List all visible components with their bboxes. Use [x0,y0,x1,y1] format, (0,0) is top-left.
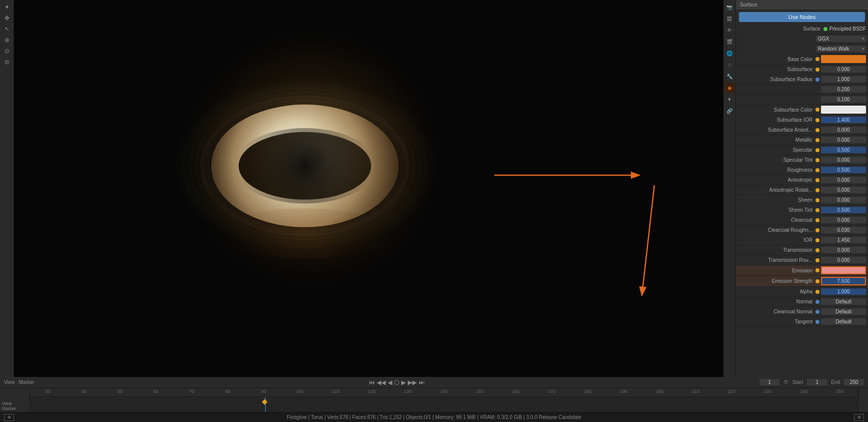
use-nodes-button[interactable]: Use Nodes [739,12,865,22]
subsurface-color-dot [815,108,819,112]
timeline-main-area: 30 40 50 60 70 80 90 100 110 120 130 140… [30,388,858,412]
emission-strength-value[interactable]: 7.500 [821,277,866,285]
ior-dot [815,238,819,242]
subsurface-color-label: Subsurface Color [738,107,815,113]
status-right-icon[interactable]: ⊞ [854,414,864,421]
prev-frame-btn[interactable]: ◀ [388,379,392,386]
surface-row: Surface Principled BSDF [736,24,868,34]
data-icon[interactable]: ▼ [724,94,734,104]
subsurface-radius-g-value[interactable]: 0.200 [821,86,866,93]
scene-icon[interactable]: 🎬 [724,37,734,47]
move-icon[interactable]: ✥ [2,13,12,23]
transmission-value[interactable]: 0.000 [821,247,866,253]
emission-color-swatch[interactable] [821,266,866,274]
timeline-track[interactable] [30,397,858,412]
specular-row: Specular 0.500 [736,145,868,155]
marker-menu[interactable]: Marker [19,379,35,385]
ruler-mark-110: 110 [318,388,354,396]
empty-dot-1 [815,88,819,92]
step-back-btn[interactable]: ◀◀ [377,379,386,386]
view-layer-icon[interactable]: 👁 [724,25,734,35]
sheen-dot [815,198,819,202]
ruler-mark-200: 200 [642,388,678,396]
sheen-value[interactable]: 0.000 [821,197,866,203]
cursor-icon[interactable]: ↖ [2,24,12,34]
specular-tint-value[interactable]: 0.000 [821,157,866,163]
metallic-value[interactable]: 0.000 [821,137,866,143]
select-icon[interactable]: ✦ [2,2,12,12]
anisotropic-value[interactable]: 0.000 [821,177,866,183]
clearcoat-normal-value[interactable]: Default [821,308,866,315]
next-frame-btn[interactable]: ▶ [401,379,406,386]
sheen-tint-dot [815,208,819,212]
clearcoat-rough-value[interactable]: 0.030 [821,227,866,233]
alpha-value[interactable]: 1.000 [821,288,866,295]
left-toolbar: ✦ ✥ ↖ ⊕ ⊙ ⊘ [0,0,14,377]
emission-row: Emission [736,265,868,276]
surface-type[interactable]: Principled BSDF [829,26,866,32]
jump-to-end-btn[interactable]: ⏭ [419,379,425,386]
specular-value[interactable]: 0.500 [821,147,866,153]
subsurface-aniso-value[interactable]: 0.000 [821,127,866,133]
base-color-row: Base Color [736,54,868,65]
clearcoat-value[interactable]: 0.000 [821,217,866,223]
roughness-value[interactable]: 0.500 [821,167,866,173]
ior-value[interactable]: 1.450 [821,237,866,243]
transmission-rough-value[interactable]: 0.000 [821,257,866,263]
ruler-mark-250: 250 [822,388,858,396]
scale-icon[interactable]: ⊘ [2,57,12,67]
ruler-mark-120: 120 [354,388,390,396]
constraints-icon-btn[interactable]: 🔗 [724,106,734,116]
clearcoat-normal-row: Clearcoat Normal Default [736,307,868,317]
subsurface-radius-label: Subsurface Radius [738,77,815,82]
normal-value[interactable]: Default [821,298,866,305]
ior-label: IOR [738,237,815,243]
start-frame-input[interactable] [807,379,827,385]
status-bar: ⊞ Firstglow | Torus | Verts:576 | Faces:… [0,412,868,422]
subsurface-color-swatch[interactable] [821,106,866,114]
subsurface-radius-b-value[interactable]: 0.100 [821,96,866,103]
specular-dot [815,148,819,152]
anisotropic-dot [815,178,819,182]
sheen-tint-value[interactable]: 0.500 [821,207,866,213]
output-icon[interactable]: 🖼 [724,14,734,24]
sheen-tint-label: Sheen Tint [738,207,815,213]
ruler-mark-220: 220 [714,388,750,396]
rotate-icon[interactable]: ⊙ [2,46,12,56]
sheen-row: Sheen 0.000 [736,195,868,205]
ruler-mark-90: 90 [246,388,282,396]
step-forward-btn[interactable]: ▶▶ [408,379,417,386]
play-dot[interactable] [394,380,399,385]
distribution-dropdown[interactable]: GGX ▾ [816,36,866,42]
world-icon[interactable]: 🌐 [724,48,734,58]
status-left-icon[interactable]: ⊞ [4,414,14,421]
view-menu[interactable]: View [4,379,15,385]
subsurface-method-dropdown[interactable]: Random Walk ▾ [816,46,866,52]
tangent-label: Tangent [738,319,815,324]
subsurface-value[interactable]: 0.000 [821,66,866,73]
base-color-swatch[interactable] [821,55,866,63]
transmission-dot [815,248,819,252]
tangent-value[interactable]: Default [821,318,866,325]
material-icon-btn[interactable]: ◉ [724,83,734,93]
main-area: ✦ ✥ ↖ ⊕ ⊙ ⊘ [0,0,868,377]
subsurface-ior-value[interactable]: 1.400 [821,117,866,123]
end-frame-input[interactable] [844,379,864,385]
timeline-header: View Marker ⏮ ◀◀ ◀ ▶ ▶▶ ⏭ ⏱ Start End [0,377,868,388]
jump-to-start-btn[interactable]: ⏮ [369,379,375,386]
anisotropic-rotation-value[interactable]: 0.000 [821,187,866,193]
sheen-tint-row: Sheen Tint 0.500 [736,205,868,215]
viewport[interactable] [14,0,723,377]
object-icon[interactable]: □ [724,60,734,70]
subsurface-aniso-dot [815,128,819,132]
current-frame-input[interactable] [759,379,779,385]
tangent-row: Tangent Default [736,317,868,327]
transform-icon[interactable]: ⊕ [2,35,12,45]
modifier-icon[interactable]: 🔧 [724,71,734,81]
timeline-scrollbar[interactable] [858,388,868,412]
ruler-mark-50: 50 [102,388,138,396]
subsurface-method-row: Random Walk ▾ [736,44,868,54]
subsurface-radius-value[interactable]: 1.000 [821,76,866,83]
render-icon[interactable]: 📷 [724,2,734,12]
fps-indicator: ⏱ [783,379,788,385]
